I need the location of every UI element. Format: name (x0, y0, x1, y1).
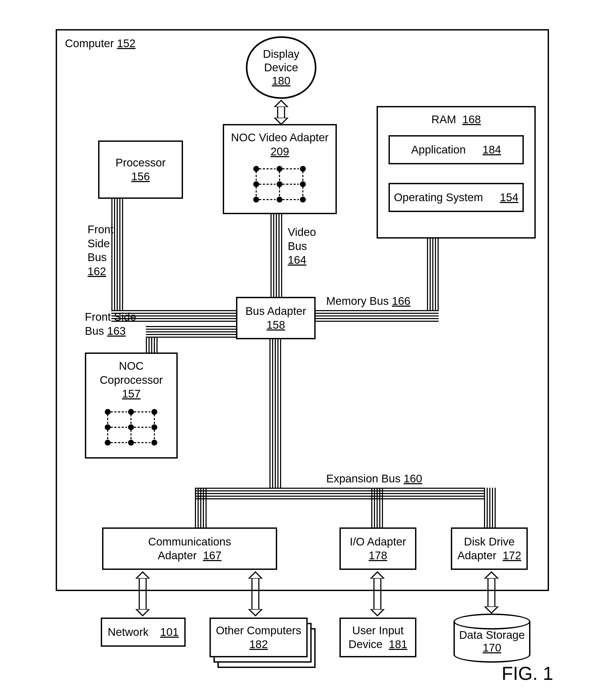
bus-expansion-drop-disk (484, 488, 496, 527)
bus-expansion-horiz (195, 488, 484, 499)
bus-video-164 (271, 214, 282, 297)
expansion-bus-label: Expansion Bus 160 (326, 472, 422, 486)
user-input-device: User Input Device 181 (340, 618, 417, 657)
noc-grid-icon (253, 166, 306, 203)
bus-memory-vert (427, 238, 439, 310)
arrow-io-userinput (370, 571, 385, 616)
bus-adapter: Bus Adapter 158 (236, 297, 316, 339)
other-computers: Other Computers 182 (209, 618, 308, 657)
bus-memory-horiz (316, 310, 439, 322)
video-bus-label: Video Bus 164 (288, 225, 325, 267)
figure-label: FIG. 1 (502, 663, 553, 684)
ram-title: RAM 168 (432, 113, 481, 127)
bus-expansion-drop-comm (195, 488, 207, 527)
application-box: Application 184 (389, 135, 524, 164)
operating-system-box: Operating System 154 (389, 183, 524, 212)
arrow-comm-network (135, 571, 150, 616)
disk-drive-adapter: Disk Drive Adapter 172 (451, 527, 528, 570)
noc-video-adapter: NOC Video Adapter 209 (223, 124, 337, 214)
computer-label: Computer 152 (65, 37, 135, 50)
fsb-163-label: Front Side Bus 163 (85, 310, 136, 338)
processor: Processor 156 (98, 140, 183, 199)
display-device: Display Device 180 (244, 35, 318, 101)
bus-expansion-down (270, 339, 281, 488)
ram-container: RAM 168 (377, 106, 536, 238)
noc-coprocessor: NOC Coprocessor 157 (85, 352, 178, 458)
arrow-display-nocvideo (274, 100, 288, 125)
noc-grid-icon (105, 409, 158, 446)
network: Network 101 (101, 618, 186, 647)
memory-bus-label: Memory Bus 166 (326, 294, 410, 308)
communications-adapter: Communications Adapter 167 (102, 527, 277, 570)
data-storage: Data Storage 170 (453, 621, 530, 663)
arrow-comm-other (248, 571, 263, 616)
io-adapter: I/O Adapter 178 (340, 527, 417, 570)
bus-expansion-drop-io (371, 488, 383, 527)
bus-fsb-163-vert (146, 337, 158, 352)
bus-fsb-163-horiz (146, 326, 236, 338)
arrow-disk-storage (484, 571, 499, 614)
fsb-162-label: Front Side Bus 162 (87, 223, 119, 278)
